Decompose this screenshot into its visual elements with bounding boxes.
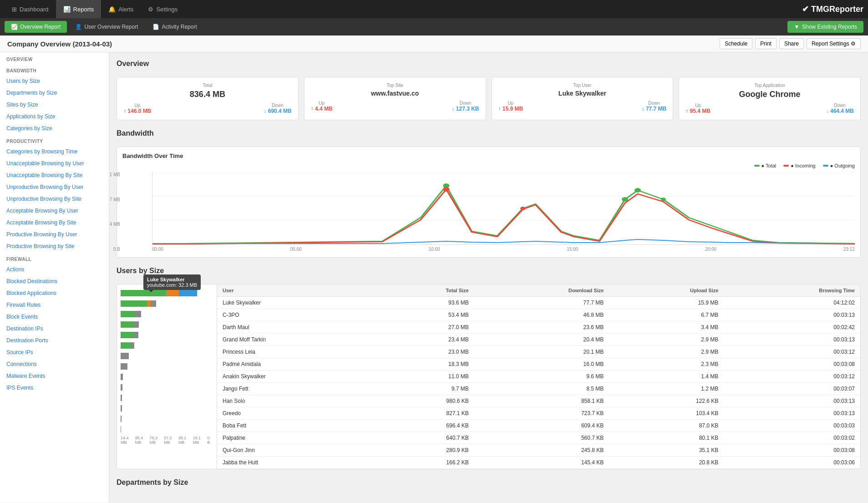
sidebar-item-malware-events[interactable]: Malware Events xyxy=(0,370,109,382)
legend-incoming-label: ● Incoming xyxy=(791,163,815,168)
sidebar-item-destination-ips[interactable]: Destination IPs xyxy=(0,323,109,335)
sidebar-item-ips-events[interactable]: IPS Events xyxy=(0,382,109,394)
bar-gray-5 xyxy=(133,332,138,338)
bar-row-anakin xyxy=(121,352,213,360)
sidebar-item-source-ips[interactable]: Source IPs xyxy=(0,346,109,358)
report-settings-button[interactable]: Report Settings ⚙ xyxy=(807,38,861,49)
print-button[interactable]: Print xyxy=(755,38,777,49)
nav-dashboard[interactable]: ⊞ Dashboard xyxy=(5,0,56,18)
svg-point-6 xyxy=(622,197,628,202)
card-total-up-label: Up xyxy=(123,103,151,108)
card-total-down-label: Down xyxy=(264,103,291,108)
nav-alerts-label: Alerts xyxy=(118,6,133,13)
table-row: Anakin Skywalker 11.0 MB 9.6 MB 1.4 MB 0… xyxy=(217,371,860,383)
sidebar-item-sites-by-size[interactable]: Sites by Size xyxy=(0,99,109,111)
sidebar-item-connections[interactable]: Connections xyxy=(0,358,109,370)
show-reports-button[interactable]: ▼ Show Existing Reports xyxy=(787,21,863,33)
bar-orange-1 xyxy=(166,290,179,296)
bar-row-padme xyxy=(121,341,213,350)
cell-user: Padmé Amidala xyxy=(217,358,375,371)
sidebar-item-acceptable-browsing-site[interactable]: Acceptable Browsing By Site xyxy=(0,217,109,229)
tab-activity-report[interactable]: 📄 Activity Report xyxy=(146,21,203,33)
schedule-button[interactable]: Schedule xyxy=(720,38,752,49)
sidebar-item-productive-browsing-user[interactable]: Productive Browsing By User xyxy=(0,229,109,240)
sidebar-item-unacceptable-browsing-site[interactable]: Unacceptable Browsing By Site xyxy=(0,169,109,181)
grid-icon: ⊞ xyxy=(12,6,17,13)
card-top-app-main-value: Google Chrome xyxy=(685,90,854,99)
sidebar-item-unproductive-browsing-user[interactable]: Unproductive Browsing By User xyxy=(0,181,109,193)
cell-time: 00:03:13 xyxy=(724,407,860,420)
cell-user: Luke Skywalker xyxy=(217,297,375,309)
sidebar-item-blocked-applications[interactable]: Blocked Applications xyxy=(0,287,109,299)
bar-gray-4 xyxy=(133,321,139,328)
bar-row-leia xyxy=(121,331,213,339)
cell-user: Princess Leia xyxy=(217,346,375,358)
cell-total: 23.4 MB xyxy=(375,334,474,346)
line-chart xyxy=(152,172,855,245)
x-label-0: 00:00 xyxy=(152,247,163,252)
sidebar-item-acceptable-browsing-user[interactable]: Acceptable Browsing By User xyxy=(0,205,109,217)
cell-upload: 2.3 MB xyxy=(609,358,724,371)
departments-section: Departments by Size xyxy=(117,478,861,490)
main-layout: OVERVIEW BANDWIDTH Users by Size Departm… xyxy=(0,52,868,503)
bar-gray-10 xyxy=(121,384,122,391)
sidebar-item-users-by-size[interactable]: Users by Size xyxy=(0,75,109,87)
sidebar-item-blocked-destinations[interactable]: Blocked Destinations xyxy=(0,275,109,287)
cell-total: 280.9 KB xyxy=(375,444,474,457)
nav-reports[interactable]: 📊 Reports xyxy=(56,0,102,18)
card-total-down: Down ↓ 690.4 MB xyxy=(264,103,291,114)
table-row: Jango Fett 9.7 MB 8.5 MB 1.2 MB 00:03:07 xyxy=(217,383,860,395)
nav-alerts[interactable]: 🔔 Alerts xyxy=(101,0,141,18)
share-button[interactable]: Share xyxy=(779,38,804,49)
bar-gray-7 xyxy=(121,353,129,359)
legend-outgoing: ● Outgoing xyxy=(823,163,855,168)
sub-nav: 📈 Overview Report 👤 User Overview Report… xyxy=(0,18,868,36)
sidebar-item-categories-by-size[interactable]: Categories by Size xyxy=(0,122,109,134)
bar-chart-side: Luke Skywalker youtube.com: 32.3 MB xyxy=(117,285,217,469)
cell-upload: 20.8 KB xyxy=(609,457,724,469)
cell-time: 00:03:08 xyxy=(724,358,860,371)
doc-icon: 📄 xyxy=(152,24,159,30)
cell-download: 20.1 MB xyxy=(474,346,609,358)
departments-title: Departments by Size xyxy=(117,478,861,490)
cell-download: 46.8 MB xyxy=(474,309,609,321)
sidebar-item-firewall-rules[interactable]: Firewall Rules xyxy=(0,299,109,311)
nav-settings[interactable]: ⚙ Settings xyxy=(141,0,185,18)
cell-upload: 3.4 MB xyxy=(609,321,724,334)
card-total-up: Up ↑ 146.0 MB xyxy=(123,103,151,114)
sidebar-item-productive-browsing-site[interactable]: Productive Browsing by Site xyxy=(0,240,109,252)
tab-user-overview-label: User Overview Report xyxy=(84,24,138,30)
bar-green-3 xyxy=(121,311,134,317)
x-bar-0: 14.4 MB xyxy=(121,436,135,445)
sidebar-item-departments-by-size[interactable]: Departments by Size xyxy=(0,87,109,99)
card-top-user: Top User Luke Skywalker Up ↑ 15.9 MB Dow… xyxy=(492,77,674,120)
legend-total-label: ● Total xyxy=(761,163,777,168)
sidebar-item-unacceptable-browsing-user[interactable]: Unacceptable Browsing by User xyxy=(0,158,109,169)
sidebar-item-block-events[interactable]: Block Events xyxy=(0,311,109,323)
sidebar-item-applications-by-size[interactable]: Applications by Size xyxy=(0,111,109,122)
tooltip-size: 32.3 MB xyxy=(178,282,197,288)
tab-overview-report[interactable]: 📈 Overview Report xyxy=(5,21,67,33)
nav-reports-label: Reports xyxy=(73,6,94,13)
cell-download: 560.7 KB xyxy=(474,432,609,444)
bar-gray-2 xyxy=(151,300,156,307)
x-bar-5: 19.1 MB xyxy=(193,436,208,445)
sidebar-item-categories-browsing-time[interactable]: Categories by Browsing Time xyxy=(0,146,109,158)
cell-user: Jango Fett xyxy=(217,383,375,395)
cell-upload: 103.4 KB xyxy=(609,407,724,420)
table-row: Padmé Amidala 18.3 MB 16.0 MB 2.3 MB 00:… xyxy=(217,358,860,371)
sidebar-item-unproductive-browsing-site[interactable]: Unproductive Browsing By Site xyxy=(0,193,109,205)
sidebar-item-destination-ports[interactable]: Destination Ports xyxy=(0,335,109,346)
sidebar-item-actions[interactable]: Actions xyxy=(0,264,109,275)
tab-user-overview[interactable]: 👤 User Overview Report xyxy=(69,21,144,33)
cell-total: 53.4 MB xyxy=(375,309,474,321)
cell-upload: 1.2 MB xyxy=(609,383,724,395)
card-top-user-down: Down ↓ 77.7 MB xyxy=(642,101,667,112)
th-total-size: Total Size xyxy=(375,285,474,297)
cell-user: Greedo xyxy=(217,407,375,420)
cell-time: 00:03:07 xyxy=(724,383,860,395)
cell-time: 00:03:13 xyxy=(724,309,860,321)
cell-total: 980.6 KB xyxy=(375,395,474,407)
cell-time: 04:12:02 xyxy=(724,297,860,309)
cell-time: 00:03:13 xyxy=(724,334,860,346)
